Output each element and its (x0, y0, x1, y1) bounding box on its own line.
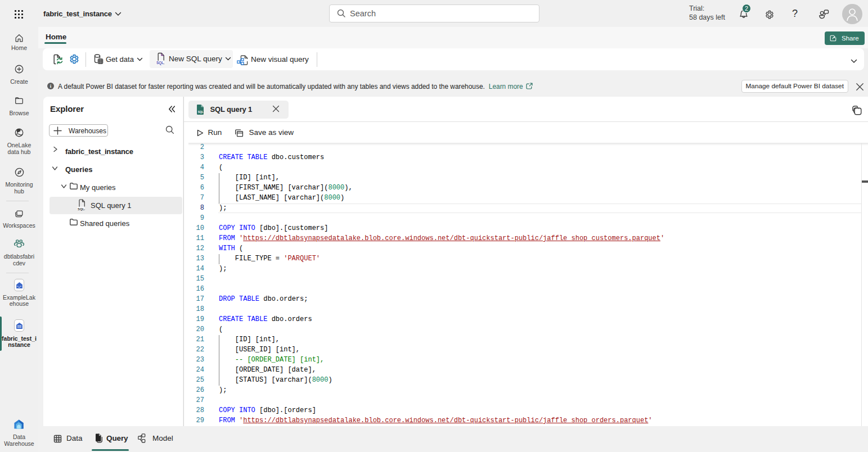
svg-text:SQL: SQL (156, 61, 164, 65)
svg-text:SQL: SQL (198, 111, 204, 114)
svg-text:SQL: SQL (78, 207, 85, 211)
